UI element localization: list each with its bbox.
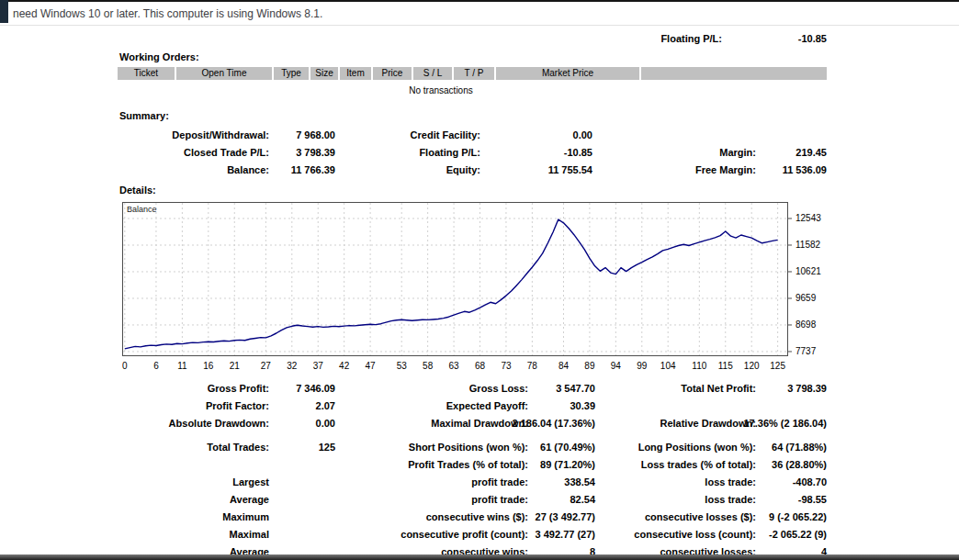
stat-cell-label: Total Trades:	[207, 439, 269, 456]
stat-cell-value: 0.00	[316, 415, 335, 432]
stat-cell-label: consecutive wins ($):	[426, 509, 528, 526]
x-axis-label: 47	[366, 361, 377, 371]
stat-cell-row: Gross Profit:7 346.09Gross Loss:3 547.70…	[119, 380, 827, 398]
summary-cell-label: Free Margin:	[695, 162, 756, 179]
stat-cell-label: loss trade:	[705, 491, 756, 509]
stat-cell-row: Largestprofit trade:338.54loss trade:-40…	[119, 474, 827, 491]
stat-cell-label: Gross Profit:	[208, 380, 269, 398]
stat-cell-value: 7 346.09	[296, 380, 335, 398]
stat-cell-label: Total Net Profit:	[681, 380, 756, 398]
summary-cell-value: 7 968.00	[296, 127, 335, 144]
stat-cell-label: Profit Trades (% of total):	[408, 456, 528, 474]
x-axis-label: 27	[261, 361, 272, 371]
stat-cell-value: 3 798.39	[787, 380, 827, 398]
summary-cell-value: 11 536.09	[783, 162, 827, 179]
wo-column-item: Item	[340, 67, 371, 80]
wo-column-size: Size	[310, 67, 338, 80]
wo-column-s-l: S / L	[413, 67, 452, 80]
summary-cell-row: Balance:11 766.39Equity:11 755.54Free Ma…	[119, 162, 827, 179]
y-axis-label: 9659	[795, 293, 817, 303]
x-axis-label: 11	[177, 361, 187, 371]
stat-cell-row	[119, 432, 827, 439]
x-axis-label: 120	[744, 361, 760, 371]
y-axis-label: 7737	[795, 346, 817, 356]
x-axis-label: 6	[153, 361, 159, 371]
balance-chart: 0611162127323742475358636873788489949910…	[122, 202, 831, 376]
x-axis-label: 99	[637, 361, 648, 371]
x-axis-label: 110	[692, 361, 706, 371]
x-axis-label: 84	[558, 361, 570, 371]
stat-cell-value: 61 (70.49%)	[540, 439, 595, 456]
x-axis-label: 125	[770, 361, 785, 371]
x-axis-label: 78	[527, 361, 538, 371]
summary-cell-value: 11 755.54	[548, 162, 592, 179]
x-axis-label: 53	[397, 361, 408, 371]
stat-cell-value: 3 547.70	[556, 380, 595, 398]
wo-column-filler	[641, 67, 827, 80]
stat-cell-label: consecutive loss (count):	[634, 526, 756, 543]
stat-cell-value: 89 (71.20%)	[540, 456, 595, 474]
summary-cell-label: Credit Facility:	[411, 127, 480, 144]
stat-cell-row: Profit Trades (% of total):89 (71.20%)Lo…	[119, 456, 827, 474]
window-corner-fragment	[0, 0, 8, 23]
summary-heading: Summary:	[119, 110, 959, 121]
summary-cell-value: 11 766.39	[291, 162, 335, 179]
stat-cell-row: Profit Factor:2.07Expected Payoff:30.39	[119, 398, 827, 415]
stat-cell-value: 17.36% (2 186.04)	[743, 415, 827, 432]
chart-frame	[123, 203, 788, 356]
stat-cell-label: Absolute Drawdown:	[169, 415, 269, 432]
x-axis-label: 89	[584, 361, 595, 371]
stat-cell-value: 2 186.04 (17.36%)	[512, 415, 595, 432]
x-axis-label: 58	[423, 361, 434, 371]
stat-cell-row: Maximalconsecutive profit (count):3 492.…	[119, 526, 827, 543]
stat-cell-label: Maximal	[230, 526, 269, 543]
y-axis-label: 11582	[795, 240, 821, 250]
summary-cell-value: -10.85	[564, 144, 592, 162]
stat-cell-value: 2.07	[316, 398, 335, 415]
stat-cell-value: 36 (28.80%)	[772, 456, 827, 474]
stat-cell-value: 27 (3 492.77)	[536, 509, 595, 526]
stat-cell-value: 30.39	[570, 398, 595, 415]
stat-cell-label: Long Positions (won %):	[638, 439, 756, 456]
y-axis-label: 8698	[795, 319, 817, 330]
wo-column-type: Type	[274, 67, 309, 80]
summary-cell-value: 0.00	[573, 127, 592, 144]
stat-cell-value: 3 492.77 (27)	[536, 526, 595, 543]
window-bottom-edge	[0, 554, 959, 560]
x-axis-label: 16	[203, 361, 214, 371]
summary-cell-row: Closed Trade P/L:3 798.39Floating P/L:-1…	[119, 144, 827, 162]
floating-pl-label: Floating P/L:	[660, 33, 722, 45]
summary-table: Deposit/Withdrawal:7 968.00Credit Facili…	[119, 127, 827, 179]
stat-cell-value: 125	[319, 439, 335, 456]
x-axis-label: 37	[313, 361, 324, 371]
notification-text: need Windows 10 or later. This computer …	[13, 7, 322, 20]
floating-pl-row: Floating P/L:-10.85	[119, 33, 827, 45]
stat-cell-label: Largest	[232, 474, 269, 491]
wo-column-price: Price	[373, 67, 412, 80]
x-axis-label: 32	[287, 361, 298, 371]
stat-cell-value: 64 (71.88%)	[772, 439, 827, 456]
no-transactions-text: No transactions	[119, 85, 762, 95]
stat-cell-label: Loss trades (% of total):	[641, 456, 756, 474]
summary-cell-label: Balance:	[227, 162, 269, 179]
stat-cell-value: -408.70	[793, 474, 827, 491]
stat-cell-label: consecutive profit (count):	[401, 526, 528, 543]
chart-series-label: Balance	[127, 205, 157, 214]
working-orders-header-row: TicketOpen TimeTypeSizeItemPriceS / LT /…	[118, 67, 959, 80]
browser-notification-bar: need Windows 10 or later. This computer …	[0, 0, 959, 26]
balance-chart-svg: 0611162127323742475358636873788489949910…	[122, 202, 831, 376]
stat-cell-value: -2 065.22 (9)	[769, 526, 827, 543]
stat-cell-row: Total Trades:125Short Positions (won %):…	[119, 439, 827, 456]
x-axis-label: 115	[718, 361, 733, 371]
floating-pl-value: -10.85	[798, 33, 827, 45]
wo-column-market-price: Market Price	[496, 67, 639, 80]
stat-cell-label: consecutive losses ($):	[645, 509, 756, 526]
floating-pl-row: Floating P/L:-10.85	[119, 33, 827, 45]
stat-cell-label: profit trade:	[471, 474, 528, 491]
x-axis-label: 68	[475, 361, 486, 371]
x-axis-label: 63	[449, 361, 460, 371]
details-heading: Details:	[119, 185, 959, 196]
summary-cell-label: Equity:	[446, 162, 480, 179]
summary-cell-value: 3 798.39	[296, 144, 335, 162]
x-axis-label: 0	[122, 361, 128, 371]
